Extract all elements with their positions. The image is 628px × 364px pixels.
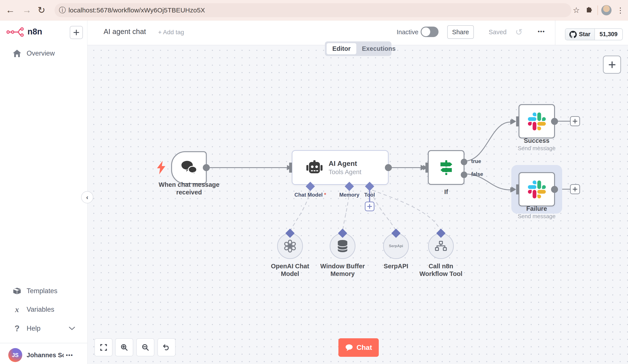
github-star-widget[interactable]: Star 51,309 — [565, 28, 623, 40]
activate-toggle[interactable] — [421, 27, 439, 37]
tab-executions[interactable]: Executions — [356, 45, 401, 52]
new-workflow-button[interactable] — [70, 26, 83, 39]
if-input-port[interactable] — [425, 163, 428, 173]
success-input-arrow — [511, 119, 516, 124]
slack-icon — [528, 180, 546, 198]
sidebar-item-help[interactable]: ? Help — [0, 321, 87, 336]
add-node-button[interactable] — [603, 56, 621, 74]
node-success[interactable] — [519, 104, 555, 139]
node-label-failure: FailureSend message — [504, 205, 569, 220]
edge-tool-calln8n — [372, 190, 440, 229]
github-icon — [569, 31, 577, 38]
plus-icon — [73, 29, 79, 36]
add-tag-button[interactable]: + Add tag — [158, 29, 184, 36]
fit-view-icon — [100, 344, 107, 351]
agent-subtitle: Tools Agent — [329, 168, 361, 176]
home-icon — [12, 50, 22, 57]
user-menu[interactable]: JS Johannes Schn... ••• — [0, 346, 87, 364]
zoom-out-button[interactable] — [136, 338, 155, 356]
add-node-after-success-button[interactable] — [570, 116, 580, 126]
share-button[interactable]: Share — [447, 25, 474, 39]
version-history-icon[interactable]: ↻ — [515, 27, 523, 37]
zoom-out-icon — [142, 344, 149, 351]
browser-back-icon[interactable]: ← — [3, 3, 17, 17]
chevron-down-icon — [69, 327, 75, 330]
github-star-count[interactable]: 51,309 — [595, 29, 623, 40]
workflow-title[interactable]: AI agent chat — [104, 27, 146, 36]
zoom-in-button[interactable] — [115, 338, 133, 356]
browser-profile-avatar[interactable] — [600, 4, 613, 16]
view-tabs: Editor Executions — [325, 41, 392, 56]
templates-box-icon — [12, 287, 22, 295]
if-true-label: true — [471, 158, 481, 164]
agent-input-port[interactable] — [289, 163, 292, 173]
chat-bubbles-icon — [180, 160, 198, 175]
help-question-icon: ? — [12, 324, 22, 333]
sidebar-item-variables[interactable]: x Variables — [0, 302, 87, 317]
agent-output-port[interactable] — [385, 164, 392, 171]
if-output-true-port[interactable] — [461, 159, 467, 165]
port-label-tool: Tool — [364, 192, 375, 198]
sidebar-divider — [0, 343, 87, 343]
node-chat-trigger[interactable] — [171, 151, 207, 184]
n8n-workflow-editor-page: ← → ↻ ⓘ localhost:5678/workflow/xWy6Oj5T… — [0, 0, 628, 364]
header-divider — [555, 20, 555, 45]
browser-reload-icon[interactable]: ↻ — [34, 3, 48, 17]
address-bar[interactable]: ⓘ localhost:5678/workflow/xWy6Oj5TBEUHzo… — [55, 3, 571, 17]
failure-output-port[interactable] — [551, 186, 558, 193]
success-output-port[interactable] — [551, 118, 558, 125]
if-output-false-port[interactable] — [461, 172, 467, 178]
node-label-success: SuccessSend message — [504, 137, 569, 152]
site-info-icon[interactable]: ⓘ — [58, 5, 67, 15]
database-icon — [337, 240, 348, 252]
reset-zoom-button[interactable] — [157, 338, 175, 356]
workflow-canvas[interactable]: When chat messagereceived AI Agent Tools… — [87, 45, 628, 364]
active-status-label: Inactive — [397, 29, 418, 36]
bookmark-star-icon[interactable]: ☆ — [570, 4, 583, 16]
open-chat-button[interactable]: Chat — [338, 338, 379, 357]
zoom-in-icon — [120, 344, 128, 351]
workflow-menu-icon[interactable]: ••• — [538, 28, 545, 35]
sidebar-item-templates[interactable]: Templates — [0, 283, 87, 299]
node-ai-agent[interactable]: AI Agent Tools Agent — [292, 150, 389, 185]
serpapi-logo-text: SerpApi — [389, 244, 403, 248]
browser-divider — [598, 5, 598, 15]
extensions-icon[interactable] — [583, 4, 595, 16]
puzzle-icon — [585, 6, 593, 14]
url-text[interactable]: localhost:5678/workflow/xWy6Oj5TBEUHzo5X — [69, 6, 205, 14]
node-if[interactable] — [428, 150, 465, 185]
browser-toolbar: ← → ↻ ⓘ localhost:5678/workflow/xWy6Oj5T… — [0, 0, 628, 20]
user-name: Johannes Schn... — [27, 352, 64, 359]
signpost-icon — [438, 159, 455, 176]
if-false-label: false — [471, 171, 483, 177]
failure-input-port[interactable] — [516, 184, 519, 194]
user-avatar[interactable]: JS — [8, 348, 22, 362]
n8n-logo[interactable]: n8n — [6, 27, 42, 37]
node-label-trigger: When chat messagereceived — [150, 181, 228, 196]
github-star-button[interactable]: Star — [565, 29, 595, 40]
user-menu-dots-icon[interactable]: ••• — [66, 352, 73, 359]
add-tool-button[interactable] — [365, 202, 374, 211]
toggle-knob — [421, 27, 430, 36]
robot-icon — [306, 160, 323, 175]
port-label-memory: Memory — [339, 192, 359, 198]
browser-menu-icon[interactable]: ⋮ — [613, 6, 628, 15]
trigger-output-port[interactable] — [203, 164, 210, 171]
variables-x-icon: x — [12, 305, 22, 314]
add-node-after-failure-button[interactable] — [570, 184, 580, 194]
node-failure[interactable] — [519, 172, 555, 206]
n8n-logo-text: n8n — [27, 27, 42, 36]
zoom-to-fit-button[interactable] — [94, 338, 113, 356]
slack-icon — [528, 112, 546, 130]
chat-button-label: Chat — [357, 344, 372, 352]
openai-icon — [283, 239, 297, 253]
sidebar-item-overview[interactable]: Overview — [0, 46, 87, 61]
browser-forward-icon[interactable]: → — [20, 3, 34, 17]
node-label-if: If — [424, 188, 468, 196]
sidebar-collapse-button[interactable]: ‹ — [81, 191, 93, 203]
success-input-port[interactable] — [516, 116, 519, 126]
sidebar-item-label: Help — [27, 325, 41, 332]
tab-editor[interactable]: Editor — [327, 43, 356, 54]
failure-input-arrow — [511, 187, 516, 192]
trigger-bolt-icon — [157, 161, 167, 175]
